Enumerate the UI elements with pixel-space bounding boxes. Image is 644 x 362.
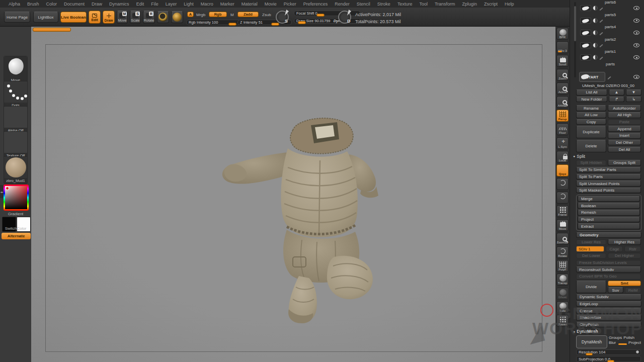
selected-subtool-thumb[interactable]: START (579, 72, 605, 82)
polypaint-icon[interactable] (593, 18, 598, 23)
shelf-button-aahalf[interactable]: AAHalf (556, 96, 569, 108)
subtool-scrollbar[interactable] (574, 2, 576, 77)
sidebar-tile-move[interactable]: Move (4, 56, 28, 83)
shelf-button-zoom[interactable]: Zoom (556, 69, 569, 81)
eye-icon[interactable] (633, 43, 639, 47)
subtool-row-parts1[interactable]: parts1 (579, 49, 641, 62)
home-page-button[interactable]: Home Page (4, 12, 30, 23)
eye-icon[interactable] (633, 75, 639, 79)
subtool-row-parts2[interactable]: parts2 (579, 37, 641, 50)
split-section-header[interactable]: Split (577, 154, 585, 159)
shelf-button-floor[interactable]: Floor (556, 123, 569, 135)
material-slot-1[interactable] (157, 11, 169, 23)
subtool-thumbnail-icon[interactable] (580, 5, 591, 11)
all-high-button[interactable]: All High (608, 112, 641, 118)
menu-item-draw[interactable]: Draw (88, 2, 106, 7)
focal-shift-handle[interactable] (316, 14, 325, 17)
smt-toggle[interactable]: Smt (608, 281, 641, 287)
groups-toggle[interactable]: Groups (609, 335, 622, 340)
subtool-row-parts4[interactable]: parts4 (579, 25, 641, 37)
sculpt-icon[interactable] (599, 56, 603, 60)
shelf-button-scroll[interactable]: Scroll (556, 55, 569, 67)
menu-item-color[interactable]: Color (43, 2, 61, 7)
section-header-edgeloop[interactable]: EdgeLoop (576, 301, 641, 307)
section-header-crease[interactable]: Crease (576, 308, 641, 314)
split-masked-button[interactable]: Split Masked Points (576, 188, 641, 194)
split-similar-button[interactable]: Split To Similar Parts (576, 167, 641, 173)
shelf-button-polyf[interactable]: PolyF (556, 260, 569, 272)
menu-item-dynamics[interactable]: Dynamics (106, 2, 133, 7)
menu-item-texture[interactable]: Texture (394, 2, 416, 7)
color-gradient-square[interactable] (5, 186, 27, 209)
z-intensity-handle[interactable] (271, 23, 279, 26)
paint-icon[interactable] (607, 76, 611, 79)
menu-item-light[interactable]: Light (180, 2, 197, 7)
sculpt-icon[interactable] (599, 32, 603, 35)
shelf-button-orbit-12[interactable] (556, 192, 569, 204)
sculpt-model[interactable] (212, 106, 409, 327)
sidebar-tile-dots[interactable]: Dots (4, 81, 28, 109)
suv-toggle[interactable]: Suv (608, 287, 623, 293)
shelf-button-move[interactable]: Move (556, 219, 569, 231)
blur-slider-label[interactable]: Blur (609, 340, 616, 345)
sdiv-slider[interactable]: SDiv 1 (576, 246, 604, 252)
section-header-shadowbox[interactable]: ShadowBox (576, 315, 641, 321)
sculpt-icon[interactable] (599, 7, 603, 11)
sculpt-icon[interactable] (599, 20, 603, 23)
rename-button[interactable]: Rename (576, 105, 606, 111)
subtool-thumbnail-icon[interactable] (580, 18, 591, 24)
a-toggle-button[interactable]: A (187, 12, 194, 17)
resolution-radio-icon[interactable] (636, 350, 639, 353)
live-boolean-button[interactable]: Live Boolean (60, 12, 87, 23)
menu-item-stroke[interactable]: Stroke (374, 2, 394, 7)
material-slot-2[interactable] (171, 11, 183, 23)
draw-button[interactable]: Draw (103, 11, 115, 24)
section-header-dynamic-subdiv[interactable]: Dynamic Subdiv (576, 294, 641, 300)
subtool-row-parts6[interactable]: parts6 (579, 0, 641, 13)
edit-button[interactable]: Edit (89, 11, 101, 24)
sculpt-icon[interactable] (599, 44, 603, 48)
mrgb-toggle[interactable]: Mrgb (196, 13, 205, 17)
section-header-merge[interactable]: Merge (578, 196, 640, 202)
polypaint-icon[interactable] (593, 6, 598, 11)
menu-item-macro[interactable]: Macro (197, 2, 217, 7)
polish-toggle[interactable]: Polish (623, 335, 634, 340)
alternate-button[interactable]: Alternate (2, 233, 31, 239)
subtool-selected-row[interactable]: START (579, 71, 641, 82)
append-button[interactable]: Append (608, 126, 641, 132)
lightbox-button[interactable]: LightBox (33, 12, 58, 23)
sidebar-tile-zbro-mud1[interactable]: zbro_Mud1 (4, 156, 28, 184)
groups-split-button[interactable]: Groups Split (608, 160, 641, 166)
document-canvas[interactable] (31, 27, 555, 362)
shelf-button-l-sym[interactable]: ✛L.Sym (556, 137, 569, 149)
blur-slider[interactable] (618, 343, 627, 345)
new-folder-button[interactable]: New Folder (576, 97, 607, 103)
menu-item-stencil[interactable]: Stencil (353, 2, 374, 7)
shelf-button-qxyz[interactable]: Qxyz (556, 164, 569, 176)
tray-divider-arrow[interactable]: ◂▸ (0, 185, 4, 198)
geometry-section-header[interactable]: Geometry (576, 232, 641, 238)
shelf-button-spix-3[interactable]: SPix 3 (556, 41, 569, 53)
subtool-thumbnail-icon[interactable] (580, 30, 591, 36)
zadd-toggle-button[interactable]: Zadd (237, 12, 259, 17)
shelf-button-rotate[interactable]: Rotate (556, 246, 569, 258)
section-header-claypolish[interactable]: ClayPolish (576, 322, 641, 328)
subtool-down-button[interactable]: ▼ (626, 89, 641, 96)
subtool-up-button[interactable]: ▲ (609, 89, 624, 96)
zsub-toggle[interactable]: Zsub (262, 13, 271, 17)
switchcolor-label[interactable]: SwitchColor (0, 226, 31, 231)
delete-button[interactable]: Delete (576, 140, 606, 152)
duplicate-button[interactable]: Duplicate (576, 126, 606, 138)
shelf-button-solo[interactable]: Solo (556, 301, 569, 313)
shelf-button-bpr[interactable]: BPR (556, 28, 569, 40)
subprojection-slider[interactable]: SubProjection 0.6 (576, 356, 641, 362)
draw-size-handle[interactable] (298, 21, 306, 24)
menu-item-zscript[interactable]: Zscript (480, 2, 501, 7)
m-toggle[interactable]: M (230, 13, 234, 17)
divide-button[interactable]: Divide (576, 281, 606, 293)
split-unmasked-button[interactable]: Split Unmasked Points (576, 180, 641, 187)
sidebar-tile-texture-off[interactable]: Texture Off (4, 131, 28, 159)
subtool-thumbnail-icon[interactable] (580, 54, 591, 60)
copy-button[interactable]: Copy (576, 119, 606, 125)
insert-button[interactable]: Insert (608, 133, 641, 139)
